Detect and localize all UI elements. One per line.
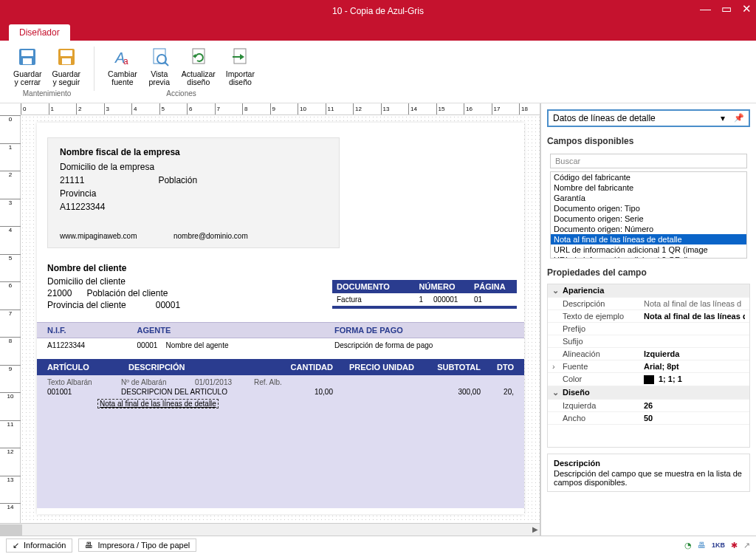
status-icon-1[interactable]: ◔ [684,541,692,550]
ribbon-group-maintenance: Mantenimiento [23,89,72,98]
side-panel: Datos de líneas de detalle ▾📌 Campos dis… [540,103,756,536]
field-list[interactable]: Código del fabricanteNombre del fabrican… [550,171,747,259]
pin-icon[interactable]: 📌 [734,113,744,123]
tab-designer[interactable]: Diseñador [9,24,70,41]
svg-rect-2 [23,58,32,64]
description-box: Descripción Descripción del campo que se… [547,454,750,492]
document-table[interactable]: DOCUMENTONÚMEROPÁGINA Factura1 00000101 [332,280,517,309]
status-icon-2[interactable]: 🖶 [698,541,706,550]
collapse-icon[interactable]: ⌄ [552,286,563,295]
font-icon: Aa [111,45,134,69]
import-icon [228,45,252,69]
expand-icon[interactable]: › [552,362,563,371]
company-zip: 21111 [60,175,84,185]
design-canvas[interactable]: Nombre fiscal de la empresa Domicilio de… [21,115,540,523]
client-name: Nombre del cliente [47,263,180,273]
maximize-button[interactable]: ▭ [721,2,732,16]
svg-rect-1 [21,50,33,56]
arrow-icon: ↙ [13,541,19,550]
design-canvas-pane: 0123456789101112131415161718 01234567891… [0,103,540,536]
color-swatch [644,375,654,384]
client-city: Población del cliente [86,288,168,298]
update-design-button[interactable]: Actualizar diseño [179,44,219,88]
field-item[interactable]: Garantía [551,193,746,203]
available-fields-header: Campos disponibles [541,133,756,149]
refresh-icon [187,45,210,69]
save-close-button[interactable]: Guardar y cerrar [10,44,45,88]
horizontal-scrollbar[interactable]: ▶ [0,523,540,536]
field-item[interactable]: Documento origen: Serie [551,213,746,224]
titlebar: 10 - Copia de Azul-Gris — ▭ ✕ [0,0,756,22]
field-item[interactable]: URL de información adicional 1 QR (image [551,244,746,255]
company-city: Población [158,175,197,185]
page: Nombre fiscal de la empresa Domicilio de… [37,123,524,514]
field-item[interactable]: Nota al final de las líneas de detalle [551,234,746,244]
ribbon-group-actions: Acciones [166,89,196,98]
company-web: www.mipaginaweb.com [60,232,137,240]
field-item[interactable]: Documento origen: Número [551,224,746,234]
company-province: Provincia [60,188,327,199]
svg-text:a: a [123,56,128,66]
preview-icon [148,45,171,69]
items-table[interactable]: ARTÍCULO DESCRIPCIÓN CANTIDAD PRECIO UNI… [37,359,524,508]
horizontal-ruler: 0123456789101112131415161718 [21,103,540,115]
property-grid[interactable]: ⌄Apariencia DescripciónNota al final de … [547,284,750,448]
company-email: nombre@dominio.com [173,232,248,240]
collapse-icon[interactable]: ⌄ [552,388,563,397]
chevron-down-icon: ▾ [721,113,725,123]
company-nif: A11223344 [60,202,327,212]
close-button[interactable]: ✕ [742,2,752,16]
field-item[interactable]: Código del fabricante [551,172,746,182]
save-close-icon [16,45,39,69]
client-province: Provincia del cliente [47,300,126,310]
company-address: Domicilio de la empresa [60,162,327,172]
save-continue-button[interactable]: Guardar y seguir [49,44,84,88]
info-button[interactable]: ↙Información [6,538,72,553]
status-icon-3[interactable]: 1KB [712,541,725,549]
svg-rect-5 [62,58,71,64]
company-name: Nombre fiscal de la empresa [60,147,327,157]
printer-button[interactable]: 🖶Impresora / Tipo de papel [78,538,196,552]
field-item[interactable]: Nombre del fabricante [551,182,746,193]
svg-rect-4 [61,50,72,56]
nif-table[interactable]: N.I.F.AGENTEFORMA DE PAGO A1122334400001… [37,322,524,352]
window-title: 10 - Copia de Azul-Gris [332,6,424,16]
ribbon: Guardar y cerrar Guardar y seguir Manten… [0,41,756,103]
field-item[interactable]: Documento origen: Tipo [551,203,746,213]
vertical-ruler: 0123456789101112131415 [0,115,21,523]
client-zip: 21000 [47,288,72,298]
tab-strip: Diseñador [0,22,756,41]
company-block[interactable]: Nombre fiscal de la empresa Domicilio de… [47,137,340,248]
import-design-button[interactable]: Importar diseño [223,44,258,88]
status-icon-4[interactable]: ✱ [731,541,738,550]
field-item[interactable]: URL de información adicional 2 QR (image [551,255,746,259]
preview-button[interactable]: Vista previa [145,44,174,88]
field-search-input[interactable]: Buscar [550,154,747,168]
note-field-selected[interactable]: Nota al final de las líneas de detalle [97,399,219,408]
change-font-button[interactable]: Aa Cambiar fuente [105,44,140,88]
client-code: 00001 [156,300,180,310]
field-properties-header: Propiedades del campo [541,264,756,284]
status-icon-5[interactable]: ↗ [743,541,750,550]
status-bar: ↙Información 🖶Impresora / Tipo de papel … [0,536,756,554]
minimize-button[interactable]: — [700,2,711,16]
printer-icon: 🖶 [85,541,93,550]
save-continue-icon [55,45,78,69]
client-block[interactable]: Nombre del cliente Domicilio del cliente… [47,263,180,312]
data-source-dropdown[interactable]: Datos de líneas de detalle ▾📌 [547,109,750,127]
client-address: Domicilio del cliente [47,276,180,287]
